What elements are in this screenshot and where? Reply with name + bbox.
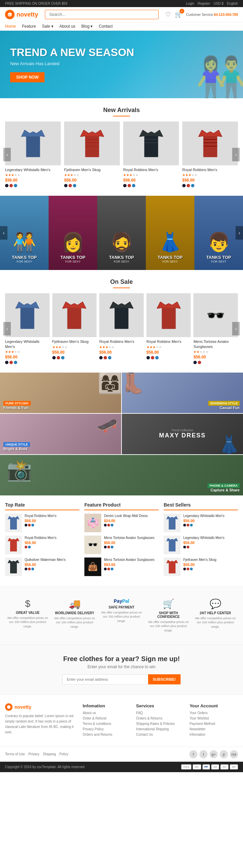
footer-link-wishlist[interactable]: Your Wishlist bbox=[190, 716, 238, 720]
color-swatch[interactable] bbox=[25, 524, 27, 526]
color-swatch[interactable] bbox=[104, 524, 107, 526]
color-swatch[interactable] bbox=[108, 356, 111, 359]
color-swatch[interactable] bbox=[193, 361, 197, 364]
footer-link-terms[interactable]: Terms & conditions bbox=[83, 722, 131, 726]
nav-blog[interactable]: Blog ▾ bbox=[81, 24, 92, 29]
color-swatch[interactable] bbox=[31, 524, 34, 526]
promo-maxy-dress[interactable]: Trend Collection MAXY DRESS 👗 bbox=[122, 414, 243, 454]
color-swatch[interactable] bbox=[132, 184, 135, 187]
logo[interactable]: N novetty bbox=[5, 10, 38, 19]
nav-home[interactable]: Home bbox=[5, 24, 16, 29]
color-swatch[interactable] bbox=[107, 568, 110, 570]
color-swatch[interactable] bbox=[25, 568, 27, 570]
footer-link-order[interactable]: Order & Refund bbox=[83, 716, 131, 720]
footer-link-newsletter[interactable]: Newsletter bbox=[190, 727, 238, 731]
color-swatch[interactable] bbox=[25, 546, 27, 548]
color-swatch[interactable] bbox=[28, 568, 31, 570]
color-swatch[interactable] bbox=[191, 184, 194, 187]
color-swatch[interactable] bbox=[123, 184, 127, 187]
color-swatch[interactable] bbox=[14, 361, 17, 364]
color-swatch[interactable] bbox=[183, 568, 186, 570]
color-swatch[interactable] bbox=[9, 184, 13, 187]
color-swatch[interactable] bbox=[5, 361, 8, 364]
language-selector[interactable]: English bbox=[227, 2, 238, 5]
color-swatch[interactable] bbox=[5, 184, 8, 187]
color-swatch[interactable] bbox=[28, 546, 31, 548]
nav-about[interactable]: About us bbox=[59, 24, 75, 29]
promo-pure-stylish[interactable]: 👩‍👩‍👧 PURE STYLISH! Friends & Fun bbox=[0, 373, 121, 413]
category-prev-button[interactable]: ‹ bbox=[0, 226, 7, 240]
footer-link-faq[interactable]: FAQ bbox=[136, 711, 184, 715]
color-swatch[interactable] bbox=[9, 361, 13, 364]
new-arrivals-next-button[interactable]: › bbox=[232, 148, 240, 161]
hero-shop-now-button[interactable]: SHOP NOW bbox=[10, 72, 45, 82]
currency-selector[interactable]: USD $ bbox=[214, 2, 223, 5]
color-swatch[interactable] bbox=[111, 524, 113, 526]
newsletter-subscribe-button[interactable]: SUBSCRIBE! bbox=[148, 674, 181, 684]
color-swatch[interactable] bbox=[107, 546, 110, 548]
color-swatch[interactable] bbox=[64, 184, 68, 187]
footer-privacy-link[interactable]: Privacy bbox=[28, 752, 39, 756]
footer-link-international[interactable]: International Shipping bbox=[136, 727, 184, 731]
facebook-icon[interactable]: f bbox=[189, 750, 197, 758]
color-swatch[interactable] bbox=[183, 546, 186, 548]
color-swatch[interactable] bbox=[187, 184, 190, 187]
on-sale-prev-button[interactable]: ‹ bbox=[3, 322, 11, 335]
color-swatch[interactable] bbox=[187, 568, 189, 570]
color-swatch[interactable] bbox=[28, 524, 31, 526]
promo-bohemian[interactable]: 👢 BOHEMIAN STYLE Casual Fun bbox=[122, 373, 243, 413]
search-bar[interactable] bbox=[45, 10, 159, 19]
footer-shipping-link[interactable]: Shipping bbox=[43, 752, 56, 756]
color-swatch[interactable] bbox=[14, 184, 17, 187]
color-swatch[interactable] bbox=[190, 568, 193, 570]
footer-link-returns[interactable]: Orders and Returns bbox=[83, 733, 131, 736]
footer-link-privacy[interactable]: Privacy Policy bbox=[83, 727, 131, 731]
category-item[interactable]: 👗 TANKS TOP FOR SEXY bbox=[146, 196, 194, 270]
nav-feature[interactable]: Feature bbox=[22, 24, 36, 29]
footer-link-orders-returns[interactable]: Orders & Returns bbox=[136, 716, 184, 720]
color-swatch[interactable] bbox=[61, 356, 64, 359]
color-swatch[interactable] bbox=[31, 568, 34, 570]
wishlist-icon[interactable]: ♡ bbox=[165, 11, 171, 18]
cart-icon[interactable]: 🛒0 bbox=[175, 11, 182, 18]
newsletter-email-input[interactable] bbox=[62, 674, 148, 684]
color-swatch[interactable] bbox=[187, 546, 189, 548]
category-item[interactable]: 👩 TANKS TOP FOR SEXY bbox=[49, 196, 97, 270]
footer-link-your-orders[interactable]: Your Orders bbox=[190, 711, 238, 715]
footer-link-shipping[interactable]: Shipping Rates & Policies bbox=[136, 722, 184, 726]
color-swatch[interactable] bbox=[182, 184, 186, 187]
login-link[interactable]: Login bbox=[186, 2, 194, 5]
category-item[interactable]: 🧔 TANKS TOP FOR SEXY bbox=[97, 196, 146, 270]
color-swatch[interactable] bbox=[69, 184, 72, 187]
color-swatch[interactable] bbox=[198, 361, 201, 364]
promo-unique[interactable]: 🛹 UNIQUE STYLE Bright & Bold bbox=[0, 414, 121, 454]
color-swatch[interactable] bbox=[104, 546, 107, 548]
color-swatch[interactable] bbox=[104, 356, 107, 359]
nav-sale[interactable]: Sale ▾ bbox=[42, 24, 53, 29]
color-swatch[interactable] bbox=[111, 546, 113, 548]
google-plus-icon[interactable]: g+ bbox=[210, 750, 218, 758]
register-link[interactable]: Register bbox=[197, 2, 210, 5]
search-input[interactable] bbox=[45, 10, 159, 19]
footer-link-payment[interactable]: Payment Method bbox=[190, 722, 238, 726]
footer-policy-link[interactable]: Policy bbox=[59, 752, 69, 756]
color-swatch[interactable] bbox=[107, 524, 110, 526]
rss-icon[interactable]: rss bbox=[230, 750, 238, 758]
color-swatch[interactable] bbox=[111, 568, 113, 570]
nav-contact[interactable]: Contact bbox=[99, 24, 112, 29]
promo-phone-camera[interactable]: 📸 PHONE & CAMERA Capture & Share bbox=[0, 455, 243, 495]
color-swatch[interactable] bbox=[128, 184, 131, 187]
color-swatch[interactable] bbox=[52, 356, 56, 359]
new-arrivals-prev-button[interactable]: ‹ bbox=[3, 148, 11, 161]
footer-link-information[interactable]: Infomation bbox=[190, 733, 238, 736]
footer-link-about[interactable]: About us bbox=[83, 711, 131, 715]
color-swatch[interactable] bbox=[73, 184, 76, 187]
color-swatch[interactable] bbox=[155, 356, 159, 359]
color-swatch[interactable] bbox=[146, 356, 150, 359]
category-next-button[interactable]: › bbox=[236, 226, 243, 240]
twitter-icon[interactable]: t bbox=[199, 750, 208, 758]
footer-link-contact[interactable]: Contact Us bbox=[136, 733, 184, 736]
color-swatch[interactable] bbox=[57, 356, 60, 359]
color-swatch[interactable] bbox=[190, 524, 193, 526]
on-sale-next-button[interactable]: › bbox=[232, 322, 240, 335]
